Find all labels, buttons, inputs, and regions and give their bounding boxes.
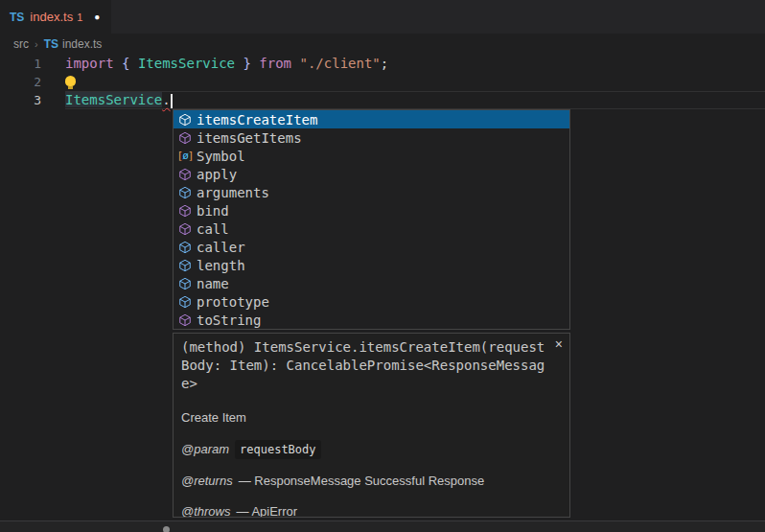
- method-icon: [177, 312, 193, 328]
- field-icon: [177, 240, 193, 255]
- token-close-brace: }: [235, 56, 259, 71]
- method-icon: [177, 221, 193, 237]
- doc-throws-line: @throws — ApiError: [181, 503, 562, 518]
- suggestion-item[interactable]: name: [174, 274, 569, 292]
- throws-text: — ApiError: [237, 503, 298, 518]
- suggestion-label: Symbol: [197, 149, 245, 164]
- field-icon: [177, 294, 193, 310]
- suggestion-label: toString: [197, 312, 261, 328]
- suggestion-label: length: [197, 258, 245, 273]
- param-tag: @param: [181, 441, 229, 458]
- bottom-panel-edge: [0, 521, 765, 532]
- suggestion-label: name: [197, 276, 229, 291]
- breadcrumb-folder[interactable]: src: [13, 37, 29, 51]
- breadcrumb: src › TS index.ts: [0, 34, 765, 55]
- method-icon: [177, 203, 193, 219]
- breadcrumb-file-label: index.ts: [62, 37, 102, 51]
- code-line-2[interactable]: 2: [0, 73, 765, 91]
- lightbulb-icon[interactable]: [65, 75, 76, 89]
- panel-dot-indicator: [163, 526, 170, 532]
- returns-tag: @returns: [181, 473, 233, 490]
- suggestion-label: caller: [197, 240, 245, 255]
- tab-error-count-badge: 1: [77, 12, 82, 23]
- code-line-2-content: [65, 73, 765, 91]
- method-icon: [177, 130, 193, 146]
- code-line-1-content: import { ItemsService } from "./client";: [65, 55, 765, 73]
- suggestion-label: bind: [197, 203, 229, 219]
- suggestion-label: prototype: [197, 294, 269, 310]
- typescript-file-icon: TS: [44, 37, 58, 51]
- suggestion-item[interactable]: [ø] Symbol: [174, 147, 569, 165]
- suggestion-item[interactable]: itemsCreateItem: [174, 110, 569, 128]
- field-icon: [177, 276, 193, 291]
- line-number: 3: [0, 91, 65, 109]
- suggestion-item[interactable]: prototype: [174, 292, 569, 311]
- text-cursor: [171, 94, 173, 108]
- token-items-service: ItemsService: [65, 92, 162, 107]
- doc-returns-line: @returns — ResponseMessage Successful Re…: [181, 473, 562, 490]
- param-name-chip: requestBody: [235, 440, 320, 459]
- tab-index-ts[interactable]: TS index.ts 1 ●: [0, 0, 111, 34]
- token-string-client: "./client": [299, 56, 380, 71]
- line-number: 1: [0, 55, 65, 73]
- chevron-right-icon: ›: [35, 38, 38, 50]
- suggestion-item[interactable]: length: [174, 256, 569, 274]
- token-semicolon: ;: [381, 56, 388, 71]
- suggestion-item[interactable]: arguments: [174, 183, 569, 201]
- suggestion-label: apply: [197, 167, 237, 182]
- suggestion-label: itemsCreateItem: [197, 112, 317, 127]
- suggestion-docs-panel: × (method) ItemsService.itemsCreateItem(…: [173, 333, 570, 518]
- close-icon[interactable]: ×: [555, 337, 563, 351]
- method-icon: [177, 167, 193, 182]
- suggestion-item[interactable]: call: [174, 220, 569, 238]
- token-from: from: [259, 56, 299, 71]
- returns-text: — ResponseMessage Successful Response: [239, 473, 485, 490]
- suggestion-item[interactable]: toString: [174, 311, 569, 329]
- typescript-file-icon: TS: [10, 11, 24, 24]
- token-dot-error: .: [162, 92, 170, 107]
- tab-bar: TS index.ts 1 ●: [0, 0, 765, 34]
- doc-summary: Create Item: [181, 409, 562, 427]
- method-signature: (method) ItemsService.itemsCreateItem(re…: [181, 338, 547, 393]
- suggestion-label: arguments: [197, 185, 269, 200]
- tab-modified-dot[interactable]: ●: [94, 12, 100, 22]
- method-icon: [177, 112, 193, 127]
- code-line-3-content: ItemsService.: [65, 91, 765, 109]
- intellisense-suggest-widget: itemsCreateItem itemsGetItems [ø] Symbol…: [173, 109, 570, 330]
- token-open-brace: {: [122, 56, 138, 71]
- code-editor: 1 import { ItemsService } from "./client…: [0, 55, 765, 109]
- token-import: import: [65, 56, 122, 71]
- suggestion-label: call: [197, 221, 229, 237]
- symbol-variable-icon: [ø]: [177, 149, 193, 164]
- code-line-3[interactable]: 3 ItemsService.: [0, 91, 765, 109]
- code-line-1[interactable]: 1 import { ItemsService } from "./client…: [0, 55, 765, 73]
- suggestion-item[interactable]: itemsGetItems: [174, 128, 569, 147]
- suggestion-item[interactable]: apply: [174, 165, 569, 183]
- doc-param-line: @param requestBody: [181, 440, 562, 459]
- throws-tag: @throws: [181, 503, 231, 518]
- suggestion-item[interactable]: bind: [174, 201, 569, 220]
- suggestion-label: itemsGetItems: [197, 130, 302, 146]
- suggestion-item[interactable]: caller: [174, 238, 569, 256]
- breadcrumb-file[interactable]: TS index.ts: [44, 37, 103, 51]
- field-icon: [177, 185, 193, 200]
- tab-label: index.ts: [30, 10, 73, 24]
- field-icon: [177, 258, 193, 273]
- line-number: 2: [0, 73, 65, 91]
- token-items-service: ItemsService: [138, 56, 235, 71]
